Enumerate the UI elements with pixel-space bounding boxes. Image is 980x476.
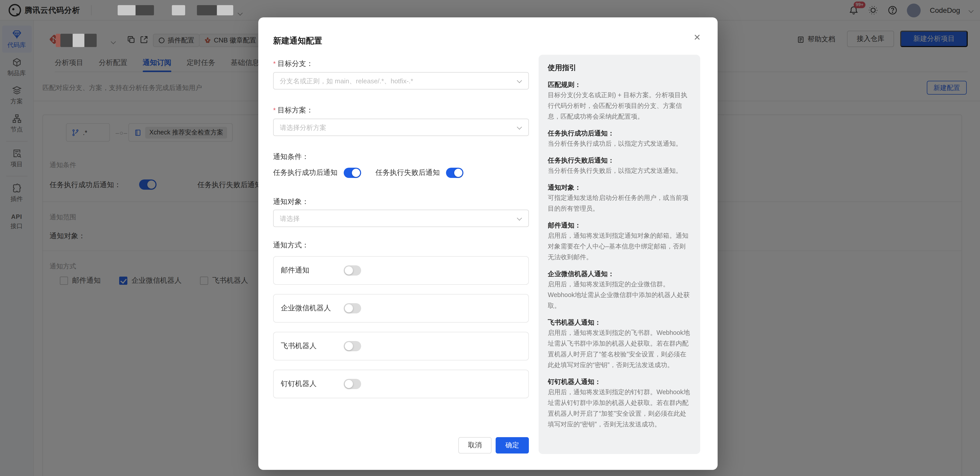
guide-body: 启用后，通知将发送到指定的飞书群。Webhook地址需从飞书群中添加的机器人处获… [548,328,691,371]
dialog-title: 新建通知配置 [273,36,529,46]
redacted-text-block [60,34,73,47]
dialog-footer: 取消 确定 [458,437,529,454]
new-notification-config-dialog: ✕ 新建通知配置 目标分支： 目标方案： 通知条件： 任务执行成功后通知 任 [258,17,718,470]
redacted-text-block [56,34,60,47]
channel-wecom-bot: 企业微信机器人 [273,294,529,323]
feishu-bot-toggle[interactable] [344,341,361,351]
branch-field-label: 目标分支： [273,59,529,68]
guide-heading: 企业微信机器人通知： [548,268,691,279]
email-toggle[interactable] [344,265,361,276]
target-input[interactable] [274,210,528,227]
branch-input[interactable] [274,73,528,89]
redacted-text-block [84,34,97,47]
channel-email: 邮件通知 [273,256,529,285]
guide-heading: 飞书机器人通知： [548,317,691,328]
condition-toggles: 任务执行成功后通知 任务执行失败后通知 [273,167,529,178]
scheme-select[interactable] [273,119,529,136]
redacted-text-block [172,5,185,15]
guide-body: 目标分支(分支名或正则) + 目标方案。分析项目执行代码分析时，会匹配分析项目的… [548,90,691,122]
channel-feishu-bot: 飞书机器人 [273,332,529,360]
redacted-text-block [197,5,217,15]
success-toggle[interactable] [344,168,361,178]
redacted-text-block [118,5,135,15]
guide-body: 可指定通知发送给启动分析任务的用户，或当前项目的所有管理员。 [548,193,691,214]
success-toggle-label: 任务执行成功后通知 [273,168,337,178]
redacted-text-block [73,34,84,47]
guide-heading: 任务执行失败后通知： [548,155,691,166]
redacted-text-block [217,5,233,15]
guide-body: 启用后，通知将发送到指定的企业微信群。Webhook地址需从企业微信群中添加的机… [548,279,691,311]
scheme-input[interactable] [274,119,528,135]
guide-heading: 通知对象： [548,182,691,193]
guide-body: 启用后，通知将发送到指定通知对象的邮箱。通知对象需要在个人中心–基本信息中绑定邮… [548,231,691,263]
guide-title: 使用指引 [548,63,691,73]
screen: 腾讯云代码分析 99+ CodeDog 代码库 制品库 [0,0,980,476]
close-icon[interactable]: ✕ [692,33,702,43]
cancel-button[interactable]: 取消 [458,437,492,454]
guide-body: 启用后，通知将发送到指定的钉钉群。Webhook地址需从钉钉群中添加的机器人处获… [548,387,691,430]
guide-body: 当分析任务执行失败后，以指定方式发送通知。 [548,166,691,176]
guide-heading: 匹配规则： [548,79,691,90]
target-select[interactable] [273,209,529,227]
redacted-text-block [135,5,154,15]
branch-select[interactable] [273,72,529,89]
confirm-button[interactable]: 确定 [496,437,529,454]
fail-toggle-label: 任务执行失败后通知 [375,168,440,178]
dingtalk-bot-toggle[interactable] [344,379,361,389]
wecom-bot-toggle[interactable] [344,303,361,313]
scheme-field-label: 目标方案： [273,106,529,114]
condition-label: 通知条件： [273,152,529,160]
guide-heading: 钉钉机器人通知： [548,376,691,387]
guide-heading: 邮件通知： [548,220,691,231]
channel-dingtalk-bot: 钉钉机器人 [273,370,529,398]
target-label: 通知对象： [273,197,529,206]
guide-heading: 任务执行成功后通知： [548,128,691,138]
dialog-form: 新建通知配置 目标分支： 目标方案： 通知条件： 任务执行成功后通知 任务执行失… [273,17,529,470]
fail-toggle[interactable] [446,168,463,178]
method-label: 通知方式： [273,241,529,249]
usage-guide-panel: 使用指引 匹配规则：目标分支(分支名或正则) + 目标方案。分析项目执行代码分析… [539,55,700,454]
guide-body: 当分析任务执行成功后，以指定方式发送通知。 [548,138,691,149]
